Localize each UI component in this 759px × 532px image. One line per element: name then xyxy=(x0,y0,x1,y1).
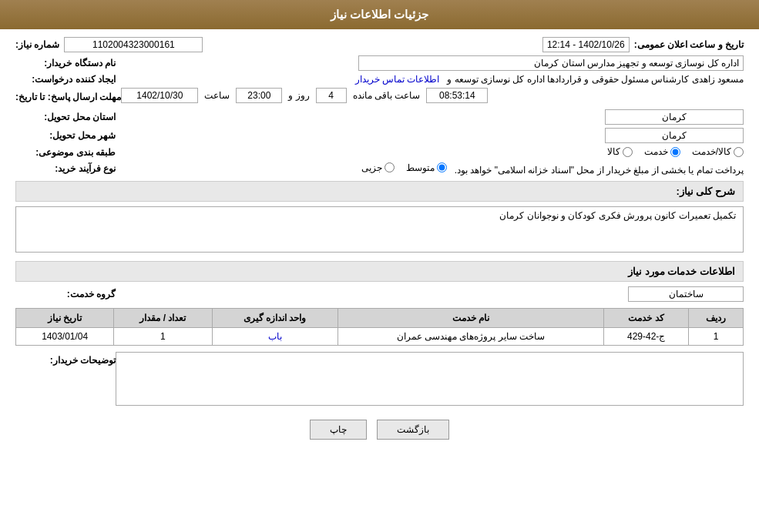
mande-label: ساعت باقی مانده xyxy=(353,90,421,101)
cell-kod: ج-42-429 xyxy=(604,328,689,346)
tabaqe-radio-group: کالا/خدمت خدمت کالا xyxy=(607,146,744,157)
tabaqe-kala-khadamat-radio[interactable] xyxy=(734,147,744,157)
main-content: تاریخ و ساعت اعلان عمومی: 1402/10/26 - 1… xyxy=(0,29,759,455)
farayand-jozii-radio[interactable] xyxy=(385,162,395,172)
noe-farayand-row: پرداخت تمام یا بخشی از مبلغ خریدار از مح… xyxy=(15,162,744,176)
sharh-koli-value: تکمیل تعمیرات کانون پرورش فکری کودکان و … xyxy=(499,210,736,221)
farayand-jozii-item: جزیی xyxy=(361,162,395,173)
buttons-row: بازگشت چاپ xyxy=(15,420,744,440)
tabaqe-kala-item: کالا xyxy=(607,146,633,157)
col-tarikh: تاریخ نیاز xyxy=(16,309,114,328)
services-table-body: 1 ج-42-429 ساخت سایر پروژه‌های مهندسی عم… xyxy=(16,328,744,346)
nam-dastgah-value: اداره کل نوسازی توسعه و تجهیز مدارس استا… xyxy=(358,55,744,71)
sharh-koli-title: شرح کلی نیاز: xyxy=(15,181,744,202)
farayand-motavasset-radio[interactable] xyxy=(437,162,447,172)
shahr-value: کرمان xyxy=(605,128,744,143)
tosifat-row: توضیحات خریدار: xyxy=(15,352,744,408)
tabaqe-khadamat-label: خدمت xyxy=(644,146,668,157)
khadamat-section-title: اطلاعات خدمات مورد نیاز xyxy=(15,261,744,282)
time-details-row: 08:53:14 ساعت باقی مانده 4 روز و 23:00 س… xyxy=(121,88,744,103)
farayand-radio-group: متوسط جزیی xyxy=(361,162,447,173)
shomare-section: 1102004323000161 شماره نیاز: xyxy=(15,37,203,52)
header-bar: جزئیات اطلاعات نیاز xyxy=(0,0,759,29)
tabaqe-kala-label: کالا xyxy=(607,146,620,157)
tabaqe-kala-khadamat-item: کالا/خدمت xyxy=(692,146,744,157)
cell-radif: 1 xyxy=(688,328,743,346)
shomare-niaz-value: 1102004323000161 xyxy=(64,37,203,52)
shahr-row: کرمان شهر محل تحویل: xyxy=(15,128,744,143)
tosifat-value-wrap xyxy=(116,352,744,408)
grohe-khadamat-value-wrap: ساختمان xyxy=(116,286,744,302)
nam-dastgah-value-wrap: اداره کل نوسازی توسعه و تجهیز مدارس استا… xyxy=(116,55,744,71)
shomare-niaz-label: شماره نیاز: xyxy=(15,39,59,50)
ostan-label: استان محل تحویل: xyxy=(15,112,116,122)
shahr-value-wrap: کرمان xyxy=(116,128,744,143)
sharh-koli-section: شرح کلی نیاز: تکمیل تعمیرات کانون پرورش … xyxy=(15,181,744,255)
grohe-khadamat-label: گروه خدمت: xyxy=(15,289,116,299)
services-table-header-row: ردیف کد خدمت نام خدمت واحد اندازه گیری ت… xyxy=(16,309,744,328)
sharh-koli-label: شرح کلی نیاز: xyxy=(676,186,735,197)
nam-dastgah-label: نام دستگاه خریدار: xyxy=(15,58,116,69)
mohlat-values: 08:53:14 ساعت باقی مانده 4 روز و 23:00 س… xyxy=(121,88,744,106)
ijad-konande-label: ایجاد کننده درخواست: xyxy=(15,74,116,85)
farayand-motavasset-item: متوسط xyxy=(406,162,447,173)
col-nam: نام خدمت xyxy=(338,309,604,328)
farayand-jozii-label: جزیی xyxy=(361,162,382,173)
sharh-koli-wrap: تکمیل تعمیرات کانون پرورش فکری کودکان و … xyxy=(15,206,744,255)
tarikh-label: تاریخ و ساعت اعلان عمومی: xyxy=(634,39,744,50)
rooz-label: روز و xyxy=(288,90,309,101)
tabaqe-label: طبقه بندی موضوعی: xyxy=(15,147,116,158)
ijad-konande-value: مسعود زاهدی کارشناس مسئول حقوقی و قراردا… xyxy=(447,74,744,85)
tabaqe-options: کالا/خدمت خدمت کالا xyxy=(116,146,744,159)
col-tedad: تعداد / مقدار xyxy=(114,309,212,328)
ostan-row: کرمان استان محل تحویل: xyxy=(15,109,744,125)
tabaqe-kala-radio[interactable] xyxy=(623,147,633,157)
ijad-konande-row: مسعود زاهدی کارشناس مسئول حقوقی و قراردا… xyxy=(15,74,744,85)
ostan-value: کرمان xyxy=(605,109,744,125)
col-vahd: واحد اندازه گیری xyxy=(212,309,338,328)
cell-tarikh: 1403/01/04 xyxy=(16,328,114,346)
cell-nam: ساخت سایر پروژه‌های مهندسی عمران xyxy=(338,328,604,346)
tosifat-textarea[interactable] xyxy=(116,352,744,406)
mande-value: 08:53:14 xyxy=(426,88,488,103)
farayand-note: پرداخت تمام یا بخشی از مبلغ خریدار از مح… xyxy=(455,164,744,175)
grohe-khadamat-row: ساختمان گروه خدمت: xyxy=(15,286,744,302)
rooz-value: 4 xyxy=(316,88,347,103)
services-table: ردیف کد خدمت نام خدمت واحد اندازه گیری ت… xyxy=(15,308,744,346)
saat-value: 23:00 xyxy=(236,88,282,103)
services-table-head: ردیف کد خدمت نام خدمت واحد اندازه گیری ت… xyxy=(16,309,744,328)
cell-vahd: باب xyxy=(212,328,338,346)
farayand-motavasset-label: متوسط xyxy=(406,162,435,173)
tabaqe-khadamat-item: خدمت xyxy=(644,146,680,157)
tarikh-section: تاریخ و ساعت اعلان عمومی: 1402/10/26 - 1… xyxy=(542,37,744,52)
mohlat-date: 1402/10/30 xyxy=(121,88,198,103)
tosifat-label: توضیحات خریدار: xyxy=(15,352,116,366)
table-row: 1 ج-42-429 ساخت سایر پروژه‌های مهندسی عم… xyxy=(16,328,744,346)
header-title: جزئیات اطلاعات نیاز xyxy=(331,8,428,21)
tarikh-value: 1402/10/26 - 12:14 xyxy=(542,37,630,52)
grohe-khadamat-value: ساختمان xyxy=(628,286,744,302)
ettelaat-tamas-link[interactable]: اطلاعات تماس خریدار xyxy=(355,74,440,85)
tabaqe-khadamat-radio[interactable] xyxy=(670,147,680,157)
noe-farayand-values: پرداخت تمام یا بخشی از مبلغ خریدار از مح… xyxy=(116,162,744,176)
col-radif: ردیف xyxy=(688,309,743,328)
tabaqe-kala-khadamat-label: کالا/خدمت xyxy=(692,146,731,157)
col-kod: کد خدمت xyxy=(604,309,689,328)
ostan-value-wrap: کرمان xyxy=(116,109,744,125)
tabaqe-row: کالا/خدمت خدمت کالا طبقه بندی موضوعی: xyxy=(15,146,744,159)
back-button[interactable]: بازگشت xyxy=(377,420,449,440)
shahr-label: شهر محل تحویل: xyxy=(15,130,116,141)
cell-tedad: 1 xyxy=(114,328,212,346)
noe-farayand-label: نوع فرآیند خرید: xyxy=(15,163,116,174)
print-button[interactable]: چاپ xyxy=(310,420,367,440)
top-info-row: تاریخ و ساعت اعلان عمومی: 1402/10/26 - 1… xyxy=(15,37,744,52)
page-container: جزئیات اطلاعات نیاز تاریخ و ساعت اعلان ع… xyxy=(0,0,759,532)
mohlat-row: 08:53:14 ساعت باقی مانده 4 روز و 23:00 س… xyxy=(15,88,744,106)
saat-label: ساعت xyxy=(204,90,230,101)
mohlat-label: مهلت ارسال پاسخ: تا تاریخ: xyxy=(15,92,121,102)
nam-dastgah-row: اداره کل نوسازی توسعه و تجهیز مدارس استا… xyxy=(15,55,744,71)
ijad-konande-value-wrap: مسعود زاهدی کارشناس مسئول حقوقی و قراردا… xyxy=(116,74,744,85)
